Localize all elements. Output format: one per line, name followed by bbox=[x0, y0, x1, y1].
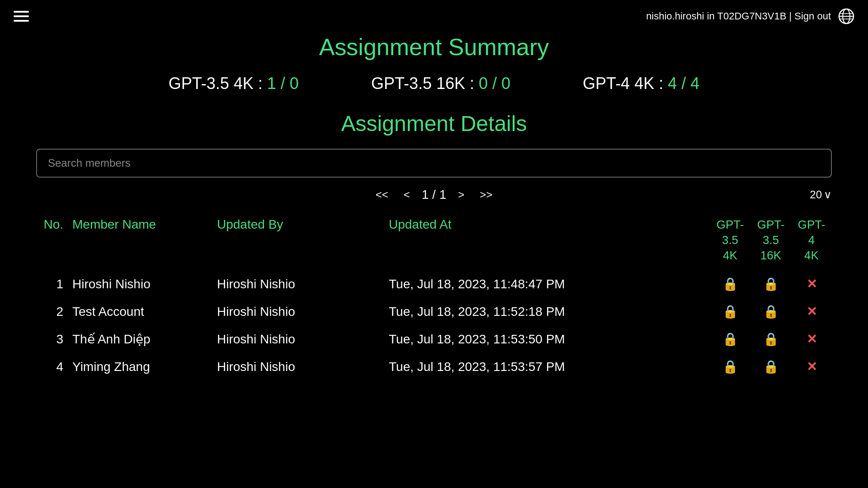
page-info: 1 / 1 bbox=[422, 188, 446, 202]
per-page-selector[interactable]: 20 ∨ bbox=[810, 188, 832, 201]
gpt35-4k-cell: 🔒 bbox=[710, 359, 750, 374]
table-header: No. Member Name Updated By Updated At GP… bbox=[36, 214, 832, 270]
gpt35-16k-count: 0 / 0 bbox=[479, 74, 510, 93]
row-member-name: Test Account bbox=[72, 305, 217, 319]
row-member-name: Hiroshi Nishio bbox=[72, 277, 217, 291]
header-right: nishio.hiroshi in T02DG7N3V1B | Sign out bbox=[646, 8, 854, 24]
row-member-name: Yiming Zhang bbox=[72, 360, 217, 374]
col-gpt4-4k: GPT-44K bbox=[791, 217, 832, 263]
col-no: No. bbox=[36, 217, 72, 263]
row-no: 2 bbox=[36, 305, 72, 319]
pagination-next-button[interactable]: > bbox=[454, 187, 468, 203]
row-member-name: Thế Anh Diệp bbox=[72, 332, 217, 347]
pagination-row: << < 1 / 1 > >> 20 ∨ bbox=[36, 187, 832, 203]
header: nishio.hiroshi in T02DG7N3V1B | Sign out bbox=[0, 0, 868, 24]
gpt35-16k-cell: 🔒 bbox=[750, 277, 791, 291]
row-updated-at: Tue, Jul 18, 2023, 11:48:47 PM bbox=[389, 277, 710, 291]
gpt35-16k-cell: 🔒 bbox=[750, 304, 791, 319]
user-info-text: nishio.hiroshi in T02DG7N3V1B | Sign out bbox=[646, 10, 831, 22]
col-member-name: Member Name bbox=[72, 217, 217, 263]
col-gpt35-4k: GPT-3.54K bbox=[710, 217, 750, 263]
table-row: 2 Test Account Hiroshi Nishio Tue, Jul 1… bbox=[36, 298, 832, 325]
gpt4-4k-cell: ✕ bbox=[791, 359, 832, 374]
row-updated-by: Hiroshi Nishio bbox=[217, 277, 389, 291]
row-no: 3 bbox=[36, 332, 72, 347]
col-updated-by: Updated By bbox=[217, 217, 389, 263]
gpt4-4k-summary: GPT-4 4K : 4 / 4 bbox=[583, 74, 699, 93]
gpt35-4k-cell: 🔒 bbox=[710, 332, 750, 347]
row-no: 4 bbox=[36, 360, 72, 374]
col-gpt35-16k: GPT-3.516K bbox=[750, 217, 791, 263]
page-title: Assignment Summary bbox=[36, 33, 832, 61]
gpt35-16k-label: GPT-3.5 16K : bbox=[371, 74, 474, 93]
row-updated-by: Hiroshi Nishio bbox=[217, 332, 389, 347]
gpt35-4k-cell: 🔒 bbox=[710, 277, 750, 291]
table-row: 1 Hiroshi Nishio Hiroshi Nishio Tue, Jul… bbox=[36, 270, 832, 298]
table-body: 1 Hiroshi Nishio Hiroshi Nishio Tue, Jul… bbox=[36, 270, 832, 380]
gpt35-4k-summary: GPT-3.5 4K : 1 / 0 bbox=[169, 74, 299, 93]
row-updated-at: Tue, Jul 18, 2023, 11:53:57 PM bbox=[389, 360, 710, 374]
gpt4-4k-count: 4 / 4 bbox=[668, 74, 699, 93]
pagination-last-button[interactable]: >> bbox=[476, 187, 496, 203]
col-updated-at: Updated At bbox=[389, 217, 710, 263]
chevron-down-icon: ∨ bbox=[824, 188, 832, 201]
pagination-first-button[interactable]: << bbox=[372, 187, 392, 203]
gpt35-4k-cell: 🔒 bbox=[710, 304, 750, 319]
table-row: 4 Yiming Zhang Hiroshi Nishio Tue, Jul 1… bbox=[36, 353, 832, 380]
gpt35-16k-cell: 🔒 bbox=[750, 332, 791, 347]
hamburger-menu-icon[interactable] bbox=[14, 11, 29, 22]
gpt35-16k-summary: GPT-3.5 16K : 0 / 0 bbox=[371, 74, 510, 93]
row-updated-by: Hiroshi Nishio bbox=[217, 360, 389, 374]
per-page-value: 20 bbox=[810, 188, 822, 201]
row-no: 1 bbox=[36, 277, 72, 291]
gpt4-4k-cell: ✕ bbox=[791, 304, 832, 319]
gpt4-4k-cell: ✕ bbox=[791, 332, 832, 347]
row-updated-by: Hiroshi Nishio bbox=[217, 305, 389, 319]
gpt35-4k-count: 1 / 0 bbox=[267, 74, 299, 93]
gpt35-4k-label: GPT-3.5 4K : bbox=[169, 74, 263, 93]
gpt4-4k-label: GPT-4 4K : bbox=[583, 74, 663, 93]
summary-row: GPT-3.5 4K : 1 / 0 GPT-3.5 16K : 0 / 0 G… bbox=[36, 74, 832, 93]
globe-icon[interactable] bbox=[838, 8, 854, 24]
search-input[interactable] bbox=[36, 149, 832, 178]
main-content: Assignment Summary GPT-3.5 4K : 1 / 0 GP… bbox=[0, 24, 868, 380]
pagination-prev-button[interactable]: < bbox=[400, 187, 414, 203]
gpt35-16k-cell: 🔒 bbox=[750, 359, 791, 374]
search-bar bbox=[36, 149, 832, 178]
table-container: No. Member Name Updated By Updated At GP… bbox=[36, 214, 832, 380]
gpt4-4k-cell: ✕ bbox=[791, 277, 832, 291]
row-updated-at: Tue, Jul 18, 2023, 11:53:50 PM bbox=[389, 332, 710, 347]
table-row: 3 Thế Anh Diệp Hiroshi Nishio Tue, Jul 1… bbox=[36, 325, 832, 353]
row-updated-at: Tue, Jul 18, 2023, 11:52:18 PM bbox=[389, 305, 710, 319]
section-title: Assignment Details bbox=[36, 111, 832, 136]
